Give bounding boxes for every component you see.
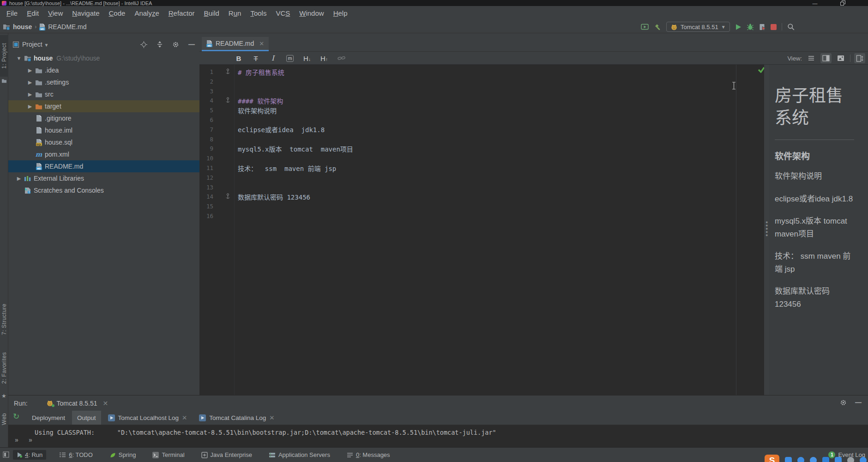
run-hide-icon[interactable]: — — [855, 399, 862, 406]
tree-item-house-iml[interactable]: house.iml — [8, 124, 199, 136]
tree-item-external-libraries[interactable]: ▶External Libraries — [8, 172, 199, 184]
menu-navigate[interactable]: Navigate — [67, 6, 104, 21]
console-tab-close-icon[interactable]: ✕ — [269, 414, 274, 421]
console-tab-tomcat-catalina-log[interactable]: Tomcat Catalina Log✕ — [194, 411, 279, 425]
run-config-tab[interactable]: Tomcat 8.5.51✕ — [46, 400, 108, 407]
menu-window[interactable]: Window — [295, 6, 328, 21]
md-link-icon[interactable] — [336, 53, 346, 63]
console-output[interactable]: Using CLASSPATH: "D:\tomcat\apache-tomca… — [8, 425, 868, 448]
breadcrumb-item-house[interactable]: house — [13, 23, 32, 30]
collapse-all-icon[interactable] — [157, 41, 163, 48]
view-preview-only-icon[interactable] — [835, 53, 846, 63]
stripe-tab-project[interactable]: 1: Project — [0, 35, 8, 77]
tree-chevron-icon[interactable]: ▶ — [15, 176, 23, 182]
menu-refactor[interactable]: Refactor — [164, 6, 199, 21]
stripe-tab-favorites[interactable]: 2: Favorites — [0, 349, 8, 386]
stripe-tab-web[interactable]: Web — [0, 407, 8, 431]
run-configuration-selector[interactable]: Tomcat 8.5.51▼ — [666, 22, 730, 32]
menu-edit[interactable]: Edit — [22, 6, 43, 21]
tree-item-src[interactable]: ▶src — [8, 88, 199, 100]
md-code-span-icon[interactable]: m — [285, 53, 295, 63]
statusbar-6-todo[interactable]: 6: TODO — [55, 450, 96, 460]
tree-item-readme-md[interactable]: MDREADME.md — [8, 160, 199, 172]
snip-tool5-icon[interactable] — [835, 457, 842, 462]
stripe-tab-structure[interactable]: 7: Structure — [0, 300, 8, 338]
heading-anchor-icon[interactable] — [225, 193, 230, 201]
menu-run[interactable]: Run — [224, 6, 246, 21]
tree-chevron-icon[interactable]: ▶ — [26, 103, 34, 109]
coverage-icon[interactable] — [759, 24, 766, 30]
run-tab-close-icon[interactable]: ✕ — [103, 400, 108, 407]
menu-view[interactable]: View — [43, 6, 67, 21]
tree-chevron-icon[interactable]: ▶ — [26, 91, 34, 97]
console-fold-chevron-icon[interactable]: » — [15, 436, 18, 444]
tree-item--settings[interactable]: ▶.settings — [8, 76, 199, 88]
snip-logo-icon[interactable]: S — [765, 455, 779, 462]
view-sync-scroll-icon[interactable] — [854, 53, 865, 63]
tree-chevron-icon[interactable]: ▶ — [26, 67, 34, 73]
menu-help[interactable]: Help — [329, 6, 352, 21]
heading-anchor-icon[interactable] — [225, 97, 230, 104]
panel-settings-icon[interactable] — [172, 41, 179, 48]
statusbar-java-enterprise[interactable]: Java Enterprise — [198, 450, 256, 460]
tree-item-house-sql[interactable]: SQLhouse.sql — [8, 136, 199, 148]
tree-item-target[interactable]: ▶target — [8, 100, 199, 112]
editor-area[interactable]: 1# 房子租售系统234#### 软件架构5软件架构说明67eclipse或者i… — [199, 65, 764, 395]
editor-preview-splitter[interactable]: ●●●●● — [764, 65, 769, 395]
view-editor-and-preview-icon[interactable] — [820, 53, 832, 63]
breadcrumb-item-readme.md[interactable]: README.md — [48, 23, 86, 30]
tree-chevron-icon[interactable]: ▼ — [15, 55, 23, 61]
console-tab-deployment[interactable]: Deployment — [27, 411, 70, 425]
menu-vcs[interactable]: VCS — [271, 6, 295, 21]
monitor-run-icon[interactable] — [641, 24, 649, 30]
snip-tool1-icon[interactable] — [785, 457, 792, 462]
console-tab-close-icon[interactable]: ✕ — [182, 414, 187, 421]
editor-tab-readme[interactable]: MDREADME.md✕ — [202, 37, 269, 51]
screenshot-tool-overlay[interactable]: S — [765, 455, 867, 462]
tree-chevron-icon[interactable]: ▶ — [26, 79, 34, 85]
statusbar-4-run[interactable]: 4: Run — [13, 450, 46, 460]
project-dropdown-icon[interactable]: ▼ — [44, 41, 49, 48]
view-editor-only-icon[interactable] — [806, 53, 817, 63]
window-minimize-button[interactable]: — — [808, 0, 822, 6]
tree-item-scratches-and-consoles[interactable]: !Scratches and Consoles — [8, 184, 199, 196]
md-header-up-icon[interactable]: H↑ — [319, 53, 329, 63]
md-italic-icon[interactable]: I — [268, 53, 278, 63]
tree-item-pom-xml[interactable]: mpom.xml — [8, 148, 199, 160]
menu-build[interactable]: Build — [199, 6, 223, 21]
tree-item-house[interactable]: ▼houseG:\study\house — [8, 52, 199, 64]
menu-file[interactable]: File — [2, 6, 22, 21]
statusbar-terminal[interactable]: Terminal — [149, 450, 188, 460]
heading-anchor-icon[interactable] — [225, 68, 230, 76]
hide-panel-icon[interactable]: — — [188, 41, 195, 48]
tree-item--idea[interactable]: ▶.idea — [8, 64, 199, 76]
menu-tools[interactable]: Tools — [246, 6, 271, 21]
menu-code[interactable]: Code — [104, 6, 130, 21]
run-settings-icon[interactable] — [840, 399, 847, 406]
console-tab-output[interactable]: Output — [72, 411, 101, 425]
md-strikethrough-icon[interactable]: T — [251, 53, 261, 63]
snip-tool3-icon[interactable] — [810, 457, 817, 462]
snip-tool2-icon[interactable] — [797, 457, 804, 462]
snip-tool6-icon[interactable] — [847, 457, 854, 462]
console-tab-tomcat-localhost-log[interactable]: Tomcat Localhost Log✕ — [103, 411, 193, 425]
statusbar-spring[interactable]: Spring — [106, 450, 140, 460]
stop-icon[interactable] — [771, 24, 777, 30]
md-header-down-icon[interactable]: H↓ — [302, 53, 312, 63]
menu-analyze[interactable]: Analyze — [130, 6, 163, 21]
locate-file-icon[interactable] — [140, 41, 147, 48]
run-icon[interactable] — [735, 24, 741, 30]
toolwindow-switcher-icon[interactable] — [3, 451, 9, 458]
md-bold-icon[interactable]: B — [234, 53, 244, 63]
debug-icon[interactable] — [747, 23, 754, 30]
hammer-icon[interactable] — [654, 24, 661, 30]
statusbar-application-servers[interactable]: Application Servers — [265, 450, 334, 460]
window-restore-button[interactable] — [836, 0, 850, 6]
tab-close-icon[interactable]: ✕ — [259, 40, 264, 47]
project-panel-title[interactable]: Project — [22, 41, 42, 48]
search-icon[interactable] — [787, 23, 795, 30]
statusbar-0-messages[interactable]: 0: Messages — [343, 450, 394, 460]
console-fold-chevron2-icon[interactable]: » — [29, 436, 32, 444]
snip-tool4-icon[interactable] — [822, 457, 829, 462]
rerun-icon[interactable]: ↻ — [13, 413, 19, 420]
